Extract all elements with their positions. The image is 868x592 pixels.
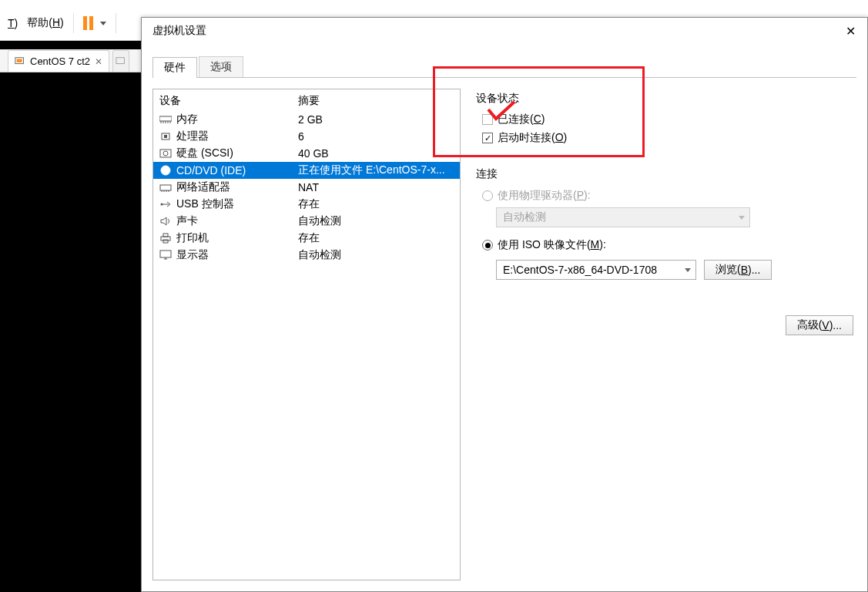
- device-summary: 存在: [298, 231, 454, 245]
- svg-rect-1: [17, 59, 22, 62]
- vm-tab-centos[interactable]: CentOS 7 ct2 ✕: [8, 50, 109, 72]
- iso-path-combo[interactable]: E:\CentOS-7-x86_64-DVD-1708: [496, 260, 696, 280]
- col-summary: 摘要: [298, 94, 320, 108]
- device-name: 硬盘 (SCSI): [176, 146, 233, 160]
- device-row[interactable]: 处理器6: [153, 128, 460, 145]
- pause-icon: [83, 16, 96, 30]
- menu-item-help[interactable]: 帮助(H): [22, 13, 68, 33]
- checkbox-poweron-label: 启动时连接(O): [498, 131, 567, 145]
- chevron-down-icon: [739, 216, 745, 220]
- physical-drive-combo: 自动检测: [496, 207, 750, 227]
- group-label-state: 设备状态: [476, 92, 856, 106]
- radio-physical-label: 使用物理驱动器(P):: [498, 189, 591, 203]
- mem-icon: [159, 114, 172, 125]
- net-icon: [159, 182, 172, 193]
- dialog-tabbar: 硬件 选项: [152, 56, 856, 78]
- physical-drive-value: 自动检测: [503, 210, 546, 224]
- tab-options[interactable]: 选项: [199, 56, 243, 77]
- device-name: 声卡: [176, 214, 198, 228]
- radio-physical[interactable]: [482, 190, 493, 201]
- cd-icon: [159, 165, 172, 176]
- device-row[interactable]: 内存2 GB: [153, 111, 460, 128]
- checkbox-connected: [482, 114, 493, 125]
- dialog-title: 虚拟机设置: [152, 24, 206, 38]
- snd-icon: [159, 216, 172, 227]
- device-summary: 存在: [298, 197, 454, 211]
- device-summary: 自动检测: [298, 214, 454, 228]
- svg-rect-2: [116, 57, 125, 63]
- svg-rect-13: [163, 234, 168, 237]
- device-name: 网络适配器: [176, 180, 230, 194]
- svg-point-7: [163, 151, 168, 156]
- chevron-down-icon[interactable]: [685, 268, 691, 272]
- hdd-icon: [159, 148, 172, 159]
- vm-tab-label: CentOS 7 ct2: [30, 56, 90, 67]
- device-row[interactable]: 网络适配器NAT: [153, 179, 460, 196]
- connection-group: 连接 使用物理驱动器(P): 自动检测 使用 ISO 映像文件(M):: [476, 167, 856, 335]
- device-row[interactable]: 显示器自动检测: [153, 247, 460, 264]
- toolbar-separator: [73, 13, 74, 33]
- device-summary: 正在使用文件 E:\CentOS-7-x...: [298, 163, 454, 177]
- device-summary: 自动检测: [298, 248, 454, 262]
- device-name: USB 控制器: [176, 197, 234, 211]
- checkbox-connected-label: 已连接(C): [498, 113, 545, 126]
- cpu-icon: [159, 131, 172, 142]
- device-row[interactable]: CD/DVD (IDE)正在使用文件 E:\CentOS-7-x...: [153, 162, 460, 179]
- device-name: 处理器: [176, 130, 209, 143]
- chevron-down-icon[interactable]: [100, 22, 106, 25]
- menu-item-t[interactable]: T): [3, 14, 22, 32]
- vm-settings-dialog: 虚拟机设置 ✕ 硬件 选项 设备 摘要 内存2 GB处理器6硬盘 (SCSI)4…: [141, 17, 868, 592]
- radio-iso[interactable]: [482, 240, 493, 251]
- svg-rect-3: [159, 116, 172, 121]
- device-name: 显示器: [176, 248, 209, 262]
- close-button[interactable]: ✕: [833, 18, 867, 44]
- vm-icon: [116, 56, 126, 67]
- advanced-button[interactable]: 高级(V)...: [786, 315, 853, 335]
- device-list[interactable]: 设备 摘要 内存2 GB处理器6硬盘 (SCSI)40 GBCD/DVD (ID…: [152, 89, 461, 580]
- vm-icon: [15, 56, 25, 67]
- browse-button[interactable]: 浏览(B)...: [704, 260, 772, 280]
- vm-tab-inactive[interactable]: [112, 50, 129, 72]
- disp-icon: [159, 250, 172, 261]
- device-summary: 6: [298, 130, 454, 143]
- radio-physical-row[interactable]: 使用物理驱动器(P):: [476, 186, 856, 206]
- close-icon[interactable]: ✕: [95, 56, 102, 67]
- checkbox-poweron-row[interactable]: 启动时连接(O): [476, 129, 856, 147]
- dialog-titlebar: 虚拟机设置 ✕: [142, 18, 867, 44]
- checkbox-connected-row[interactable]: 已连接(C): [476, 110, 856, 129]
- svg-rect-10: [160, 185, 171, 190]
- radio-iso-row[interactable]: 使用 ISO 映像文件(M):: [476, 235, 856, 255]
- iso-path-value: E:\CentOS-7-x86_64-DVD-1708: [503, 264, 657, 276]
- device-summary: NAT: [298, 181, 454, 193]
- device-row[interactable]: 打印机存在: [153, 230, 460, 247]
- device-row[interactable]: USB 控制器存在: [153, 196, 460, 213]
- svg-point-11: [161, 204, 163, 206]
- svg-rect-5: [164, 135, 167, 138]
- svg-rect-15: [160, 251, 171, 257]
- device-summary: 2 GB: [298, 113, 454, 126]
- device-summary: 40 GB: [298, 147, 454, 160]
- tab-hardware[interactable]: 硬件: [152, 57, 197, 78]
- usb-icon: [159, 199, 172, 210]
- col-device: 设备: [159, 94, 298, 108]
- device-list-header: 设备 摘要: [153, 89, 460, 111]
- device-name: 打印机: [176, 231, 209, 245]
- svg-point-9: [165, 170, 167, 172]
- checkbox-poweron[interactable]: [482, 133, 493, 143]
- radio-iso-label: 使用 ISO 映像文件(M):: [498, 238, 606, 252]
- group-label-connection: 连接: [476, 167, 856, 181]
- pause-button[interactable]: [79, 16, 111, 30]
- device-row[interactable]: 声卡自动检测: [153, 213, 460, 230]
- device-state-group: 设备状态 已连接(C) 启动时连接(O): [476, 89, 856, 155]
- device-detail-pane: 设备状态 已连接(C) 启动时连接(O) 连接 使用物理驱动器(P):: [476, 89, 856, 580]
- toolbar-separator: [116, 13, 116, 33]
- device-name: 内存: [176, 113, 198, 126]
- prn-icon: [159, 233, 172, 244]
- device-name: CD/DVD (IDE): [176, 164, 246, 177]
- device-row[interactable]: 硬盘 (SCSI)40 GB: [153, 145, 460, 162]
